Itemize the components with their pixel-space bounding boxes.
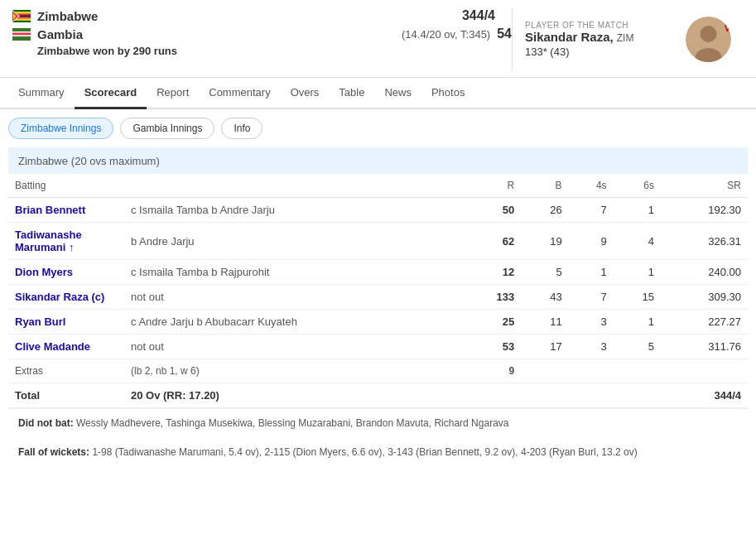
team1-name: Zimbabwe	[37, 9, 137, 23]
team1-score: 344/4	[462, 8, 495, 23]
svg-rect-13	[12, 35, 31, 36]
fours: 3	[569, 335, 614, 359]
potm-team: ZIM	[617, 32, 634, 44]
dnb-players: Wessly Madhevere, Tashinga Musekiwa, Ble…	[76, 417, 508, 429]
fow-data: 1-98 (Tadiwanashe Marumani, 5.4 ov), 2-1…	[92, 446, 637, 458]
sr: 240.00	[661, 260, 748, 285]
dismissal: c Andre Jarju b Abubacarr Kuyateh	[124, 310, 462, 335]
table-row: Dion Myers c Ismaila Tamba b Rajpurohit …	[8, 260, 748, 285]
table-row: Tadiwanashe Marumani ↑ b Andre Jarju 62 …	[8, 223, 748, 260]
dismissal: c Ismaila Tamba b Andre Jarju	[124, 198, 462, 223]
innings-header: Zimbabwe (20 ovs maximum)	[8, 147, 748, 174]
balls: 43	[521, 285, 568, 310]
innings-team: Zimbabwe	[18, 155, 68, 167]
potm-name: Sikandar Raza,	[525, 30, 614, 44]
tab-commentary[interactable]: Commentary	[199, 78, 280, 109]
total-label: Total	[8, 383, 124, 408]
fours: 7	[569, 198, 614, 223]
sr: 326.31	[661, 223, 748, 260]
col-batting: Batting	[8, 174, 124, 198]
col-dismissal	[124, 174, 462, 198]
dnb-label: Did not bat:	[18, 417, 74, 429]
sr: 192.30	[661, 198, 748, 223]
total-row: Total 20 Ov (RR: 17.20) 344/4	[8, 383, 748, 408]
potm-avatar: V	[686, 17, 731, 62]
fours: 3	[569, 310, 614, 335]
col-r: R	[462, 174, 521, 198]
svg-rect-10	[12, 28, 31, 31]
col-b: B	[521, 174, 568, 198]
svg-rect-12	[12, 32, 31, 35]
team2-score: 54	[497, 26, 512, 41]
dismissal: b Andre Jarju	[124, 223, 462, 260]
svg-rect-14	[12, 36, 31, 41]
table-row: Clive Madande not out 53 17 3 5 311.76	[8, 335, 748, 359]
balls: 5	[521, 260, 568, 285]
match-result: Zimbabwe won by 290 runs	[37, 45, 512, 57]
balls: 19	[521, 223, 568, 260]
sr: 309.30	[661, 285, 748, 310]
tab-news[interactable]: News	[374, 78, 421, 109]
svg-rect-11	[12, 31, 31, 33]
dismissal: not out	[124, 285, 462, 310]
did-not-bat: Did not bat: Wessly Madhevere, Tashinga …	[8, 408, 748, 438]
player-name[interactable]: Dion Myers	[15, 266, 73, 278]
player-name[interactable]: Tadiwanashe Marumani ↑	[15, 229, 82, 253]
sixes: 1	[614, 198, 661, 223]
extras-row: Extras (lb 2, nb 1, w 6) 9	[8, 359, 748, 383]
innings-tabs-container: Zimbabwe Innings Gambia Innings Info	[0, 109, 756, 147]
potm-label: PLAYER OF THE MATCH	[525, 21, 677, 30]
runs: 12	[462, 260, 521, 285]
tab-table[interactable]: Table	[329, 78, 374, 109]
batting-table: Batting R B 4s 6s SR Brian Bennett c Ism…	[8, 174, 748, 408]
innings-tab-gambia[interactable]: Gambia Innings	[120, 118, 214, 139]
col-6s: 6s	[614, 174, 661, 198]
tab-scorecard[interactable]: Scorecard	[75, 78, 147, 109]
runs: 50	[462, 198, 521, 223]
zimbabwe-flag	[12, 10, 31, 22]
fall-of-wickets: Fall of wickets: 1-98 (Tadiwanashe Marum…	[8, 438, 748, 467]
gambia-flag	[12, 28, 31, 41]
tab-overs[interactable]: Overs	[281, 78, 330, 109]
extras-detail: (lb 2, nb 1, w 6)	[124, 359, 462, 383]
svg-rect-0	[12, 10, 31, 12]
dismissal: c Ismaila Tamba b Rajpurohit	[124, 260, 462, 285]
runs: 25	[462, 310, 521, 335]
col-4s: 4s	[569, 174, 614, 198]
table-row: Ryan Burl c Andre Jarju b Abubacarr Kuya…	[8, 310, 748, 335]
total-score: 344/4	[462, 383, 748, 408]
innings-detail: (20 ovs maximum)	[71, 155, 160, 167]
innings-tab-info[interactable]: Info	[221, 118, 262, 139]
fours: 1	[569, 260, 614, 285]
player-name[interactable]: Sikandar Raza (c)	[15, 291, 104, 303]
table-row: Sikandar Raza (c) not out 133 43 7 15 30…	[8, 285, 748, 310]
tab-summary[interactable]: Summary	[8, 78, 75, 109]
sixes: 4	[614, 223, 661, 260]
svg-point-16	[701, 26, 717, 42]
sixes: 15	[614, 285, 661, 310]
sr: 311.76	[661, 335, 748, 359]
extras-label: Extras	[8, 359, 124, 383]
tab-photos[interactable]: Photos	[421, 78, 474, 109]
sixes: 5	[614, 335, 661, 359]
sr: 227.27	[661, 310, 748, 335]
svg-text:V: V	[725, 24, 730, 33]
sixes: 1	[614, 310, 661, 335]
runs: 53	[462, 335, 521, 359]
player-name[interactable]: Brian Bennett	[15, 204, 85, 216]
table-row: Brian Bennett c Ismaila Tamba b Andre Ja…	[8, 198, 748, 223]
player-of-match-section: PLAYER OF THE MATCH Sikandar Raza, ZIM 1…	[512, 8, 744, 70]
balls: 17	[521, 335, 568, 359]
balls: 26	[521, 198, 568, 223]
potm-score: 133* (43)	[525, 46, 677, 58]
balls: 11	[521, 310, 568, 335]
scorecard-section: Zimbabwe (20 ovs maximum) Batting R B 4s…	[0, 147, 756, 467]
innings-tab-zimbabwe[interactable]: Zimbabwe Innings	[8, 118, 113, 139]
sixes: 1	[614, 260, 661, 285]
player-name[interactable]: Clive Madande	[15, 340, 90, 353]
nav-tabs: Summary Scorecard Report Commentary Over…	[0, 78, 756, 109]
team2-detail: (14.4/20 ov, T:345)	[402, 28, 490, 41]
fow-label: Fall of wickets:	[18, 446, 89, 458]
player-name[interactable]: Ryan Burl	[15, 315, 65, 328]
tab-report[interactable]: Report	[147, 78, 199, 109]
